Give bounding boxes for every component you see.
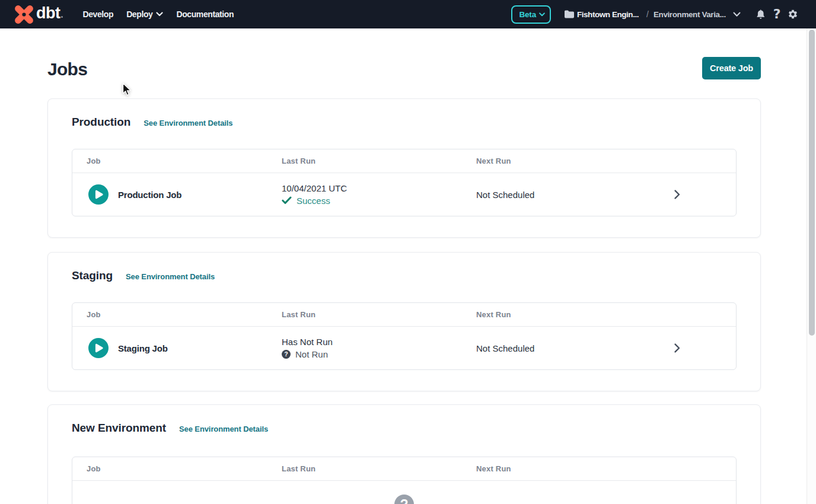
jobs-table-header: Job Last Run Next Run — [72, 457, 736, 481]
jobs-table: Job Last Run Next Run Staging Job — [72, 302, 737, 370]
brand-name: dbt — [36, 5, 60, 24]
job-cell: Staging Job — [72, 338, 282, 358]
top-navbar: dbt Develop Deploy Documentation Beta — [0, 0, 816, 28]
last-run-cell: 10/04/2021 UTC Success — [282, 183, 476, 206]
column-header-job: Job — [72, 310, 282, 319]
breadcrumb-page: Environment Varia... — [654, 10, 726, 19]
see-environment-details-link[interactable]: See Environment Details — [144, 119, 232, 127]
job-cell: Production Job — [72, 184, 282, 205]
beta-label: Beta — [519, 10, 536, 19]
last-run-cell: Has Not Run ? Not Run — [282, 336, 476, 360]
next-run-cell: Not Scheduled — [476, 343, 618, 353]
question-circle-icon: ? — [282, 350, 291, 359]
column-header-last-run: Last Run — [282, 157, 476, 165]
page-header: Jobs Create Job — [47, 56, 761, 81]
job-row-production[interactable]: Production Job 10/04/2021 UTC Success No… — [72, 173, 736, 216]
nav-item-develop[interactable]: Develop — [82, 9, 113, 19]
column-header-next-run: Next Run — [476, 464, 618, 473]
run-job-play-button[interactable] — [88, 338, 109, 358]
svg-text:?: ? — [284, 350, 288, 358]
status-line: Success — [282, 194, 476, 206]
card-header: Production See Environment Details — [72, 116, 737, 129]
environment-card-staging: Staging See Environment Details Job Last… — [47, 252, 761, 391]
chevron-down-icon — [539, 12, 545, 17]
chevron-right-icon — [674, 343, 680, 353]
see-environment-details-link[interactable]: See Environment Details — [126, 272, 215, 281]
empty-jobs-row: ? — [72, 481, 736, 504]
beta-dropdown[interactable]: Beta — [511, 5, 550, 24]
job-row-chevron[interactable] — [618, 343, 736, 353]
environment-title: New Environment — [72, 422, 166, 435]
nav-item-label: Deploy — [126, 9, 152, 19]
last-run-date: 10/04/2021 UTC — [282, 183, 476, 194]
brand-trademark-dot — [61, 16, 63, 18]
scrollbar-thumb[interactable] — [809, 30, 815, 336]
run-job-play-button[interactable] — [88, 184, 109, 205]
see-environment-details-link[interactable]: See Environment Details — [179, 425, 268, 433]
column-header-last-run: Last Run — [282, 464, 476, 473]
job-status: Success — [297, 196, 330, 206]
breadcrumb[interactable]: Fishtown Engin... / Environment Varia... — [564, 9, 741, 19]
nav-item-documentation[interactable]: Documentation — [176, 9, 234, 19]
primary-nav: Develop Deploy Documentation — [82, 9, 234, 19]
jobs-table: Job Last Run Next Run Production Job — [72, 149, 737, 216]
nav-item-label: Develop — [82, 9, 113, 19]
environment-card-new-environment: New Environment See Environment Details … — [47, 404, 761, 504]
play-icon — [88, 338, 109, 358]
settings-gear-icon[interactable] — [788, 9, 798, 20]
column-header-next-run: Next Run — [476, 157, 618, 165]
card-header: New Environment See Environment Details — [72, 422, 737, 435]
navbar-right: Beta Fishtown Engin... / Environment Var… — [511, 5, 798, 24]
chevron-right-icon — [674, 190, 680, 199]
job-status: Not Run — [295, 349, 328, 359]
column-header-next-run: Next Run — [476, 310, 618, 319]
environment-card-production: Production See Environment Details Job L… — [47, 98, 761, 238]
scrollbar-track[interactable] — [807, 28, 816, 504]
notifications-bell-icon[interactable] — [756, 9, 766, 20]
column-header-job: Job — [72, 157, 282, 165]
content-inner: Jobs Create Job Production See Environme… — [47, 56, 761, 504]
job-row-staging[interactable]: Staging Job Has Not Run ? Not Run Not Sc… — [72, 327, 736, 369]
column-header-job: Job — [72, 464, 282, 473]
job-row-chevron[interactable] — [618, 190, 736, 199]
help-icon[interactable]: ? — [773, 8, 781, 21]
play-icon — [88, 184, 109, 205]
job-name: Production Job — [118, 190, 181, 200]
breadcrumb-separator: / — [646, 9, 649, 19]
jobs-table: Job Last Run Next Run ? — [72, 457, 737, 504]
environment-title: Staging — [72, 269, 113, 282]
job-name: Staging Job — [118, 343, 168, 353]
status-line: ? Not Run — [282, 348, 476, 360]
jobs-table-header: Job Last Run Next Run — [72, 303, 736, 327]
last-run-date: Has Not Run — [282, 336, 476, 348]
question-circle-icon: ? — [394, 495, 414, 504]
environment-title: Production — [72, 116, 130, 129]
dbt-logo-icon — [14, 4, 34, 25]
jobs-table-header: Job Last Run Next Run — [72, 149, 736, 173]
main-content: Jobs Create Job Production See Environme… — [0, 28, 807, 504]
folder-icon — [564, 9, 575, 19]
check-icon — [282, 196, 292, 205]
chevron-down-icon — [733, 12, 741, 17]
next-run-cell: Not Scheduled — [476, 190, 618, 200]
column-header-last-run: Last Run — [282, 310, 476, 319]
page-title: Jobs — [47, 59, 87, 79]
nav-item-deploy[interactable]: Deploy — [126, 9, 163, 19]
dbt-logo[interactable]: dbt — [14, 4, 63, 25]
chevron-down-icon — [156, 12, 163, 17]
card-header: Staging See Environment Details — [72, 269, 737, 282]
breadcrumb-project: Fishtown Engin... — [577, 10, 639, 19]
create-job-button[interactable]: Create Job — [702, 57, 761, 79]
nav-item-label: Documentation — [176, 9, 234, 19]
svg-text:?: ? — [400, 497, 408, 504]
